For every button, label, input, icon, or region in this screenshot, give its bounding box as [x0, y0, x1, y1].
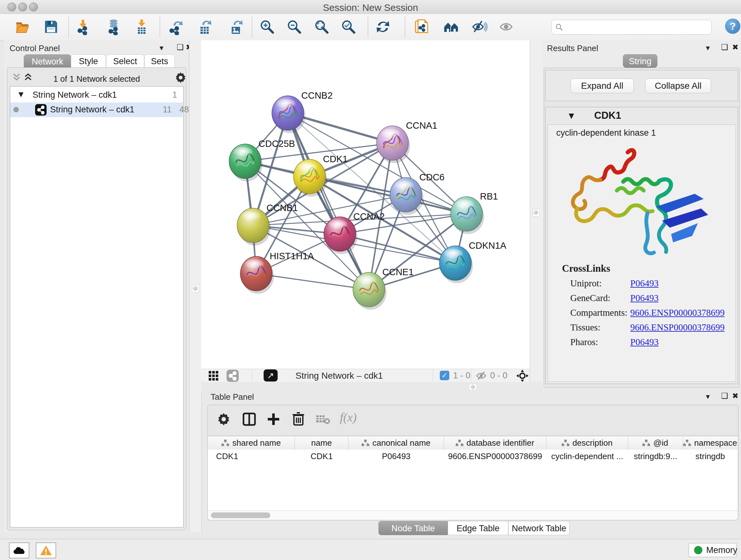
- cell-description[interactable]: cyclin-dependent ...: [546, 449, 628, 463]
- network-node-ccne1[interactable]: CCNE1: [353, 267, 414, 310]
- splitter-handle[interactable]: [469, 384, 477, 390]
- help-button[interactable]: ?: [725, 18, 740, 34]
- crosslink-value[interactable]: P06493: [630, 293, 659, 303]
- network-node-ccnb2[interactable]: CCNB2: [272, 90, 333, 133]
- crosslink-value[interactable]: P06493: [630, 337, 659, 347]
- main-toolbar: ?: [0, 14, 741, 41]
- horizontal-scrollbar[interactable]: [208, 510, 738, 520]
- gear-icon[interactable]: [175, 71, 187, 84]
- memory-label: Memory: [706, 545, 738, 555]
- results-content: Expand All Collapse All ▼ CDK1 cyclin-de…: [544, 68, 740, 388]
- export-image-icon[interactable]: [228, 18, 245, 35]
- add-column-icon[interactable]: [266, 412, 280, 426]
- export-table-icon[interactable]: [197, 18, 213, 35]
- cell-canonical-name[interactable]: P06493: [348, 449, 444, 463]
- expand-all-button[interactable]: Expand All: [570, 78, 634, 93]
- crosslink-label: Pharos:: [570, 337, 630, 348]
- tab-network-table[interactable]: Network Table: [509, 521, 569, 535]
- birds-eye-grid-icon[interactable]: [208, 370, 219, 381]
- zoom-selected-icon[interactable]: [340, 18, 357, 35]
- undock-panel-icon[interactable]: ❑: [721, 391, 728, 400]
- delete-column-icon[interactable]: [291, 412, 306, 426]
- collection-count: 1: [172, 90, 177, 100]
- export-network-icon[interactable]: [168, 18, 185, 35]
- network-node-cdkn1a[interactable]: CDKN1A: [440, 240, 507, 283]
- scrollbar-thumb[interactable]: [211, 512, 270, 518]
- import-table-icon[interactable]: [133, 18, 150, 35]
- import-network-icon[interactable]: [75, 18, 91, 35]
- open-in-window-icon[interactable]: ↗: [264, 369, 278, 381]
- splitter-handle[interactable]: [533, 209, 540, 216]
- collapse-all-button[interactable]: Collapse All: [645, 78, 711, 93]
- column-header-database-identifier[interactable]: database identifier: [444, 436, 546, 449]
- open-session-icon[interactable]: [15, 18, 31, 35]
- network-row-selected[interactable]: String Network – cdk1 11 48: [10, 103, 183, 117]
- column-header-namespace[interactable]: namespace: [683, 436, 738, 449]
- close-panel-icon[interactable]: ✖: [732, 391, 738, 400]
- float-panel-icon[interactable]: ▾: [706, 392, 710, 401]
- share-document-icon[interactable]: [414, 18, 430, 35]
- section-expander-icon[interactable]: ▼: [569, 112, 574, 120]
- splitter-handle[interactable]: [192, 285, 199, 293]
- toolbar-separator: [405, 16, 405, 37]
- column-header-description[interactable]: description: [546, 436, 628, 449]
- undock-panel-icon[interactable]: ❑: [721, 43, 728, 52]
- crosslink-row: GeneCard:P06493: [570, 293, 725, 307]
- column-header-shared-name[interactable]: shared name: [208, 436, 295, 449]
- fit-crosshair-icon[interactable]: [516, 370, 529, 382]
- zoom-out-icon[interactable]: [286, 18, 302, 35]
- zoom-in-icon[interactable]: [259, 18, 275, 35]
- save-session-icon[interactable]: [43, 18, 59, 35]
- tab-sets[interactable]: Sets: [144, 54, 175, 68]
- network-node-hist1h1a[interactable]: HIST1H1A: [240, 251, 314, 294]
- cell-namespace[interactable]: stringdb: [683, 449, 738, 463]
- tab-edge-table[interactable]: Edge Table: [448, 521, 509, 535]
- node-label-cdc6: CDC6: [419, 172, 445, 182]
- warning-button[interactable]: [36, 543, 56, 558]
- column-header-id[interactable]: @id: [628, 436, 683, 449]
- refresh-view-icon[interactable]: [375, 18, 391, 35]
- gene-section: ▼ CDK1 cyclin-dependent kinase 1: [545, 107, 738, 384]
- crosslink-value[interactable]: 9606.ENSP00000378699: [630, 322, 725, 332]
- tab-style[interactable]: Style: [71, 54, 106, 68]
- show-eye-icon[interactable]: [498, 18, 515, 35]
- expander-icon[interactable]: ▼: [18, 90, 23, 98]
- tab-node-table[interactable]: Node Table: [379, 521, 448, 535]
- network-overview-icon[interactable]: [226, 370, 239, 382]
- tab-network[interactable]: Network: [23, 54, 71, 68]
- cell-database-identifier[interactable]: 9606.ENSP00000378699: [444, 449, 546, 463]
- float-panel-icon[interactable]: ▾: [706, 44, 710, 52]
- undock-panel-icon[interactable]: ❑: [177, 43, 184, 52]
- memory-button[interactable]: Memory: [689, 543, 737, 557]
- column-header-name[interactable]: name: [295, 436, 348, 449]
- delete-table-icon[interactable]: [316, 414, 330, 425]
- network-node-ccnb1[interactable]: CCNB1: [237, 203, 298, 246]
- home-networks-icon[interactable]: [443, 18, 460, 35]
- tab-select[interactable]: Select: [106, 54, 144, 68]
- network-canvas[interactable]: CCNB2CCNA1CDC25BCDK1CDC6RB1CCNB1CCNA2CDK…: [201, 40, 530, 369]
- search-input[interactable]: [551, 20, 712, 35]
- hide-eye-icon[interactable]: [471, 18, 488, 35]
- cell-name[interactable]: CDK1: [295, 449, 348, 463]
- network-node-cdc6[interactable]: CDC6: [390, 172, 445, 215]
- cell-id[interactable]: stringdb:9...: [628, 449, 683, 463]
- zoom-fit-icon[interactable]: [313, 18, 330, 35]
- network-collection-row[interactable]: ▼ String Network – cdk1 1: [10, 88, 183, 103]
- tab-string[interactable]: String: [623, 54, 657, 68]
- crosslink-value[interactable]: 9606.ENSP00000378699: [630, 307, 725, 318]
- close-panel-icon[interactable]: ✖: [732, 43, 738, 52]
- float-panel-icon[interactable]: ▾: [159, 44, 163, 52]
- cloud-button[interactable]: [9, 543, 29, 558]
- gear-icon[interactable]: [217, 412, 231, 426]
- network-node-rb1[interactable]: RB1: [451, 191, 498, 234]
- gene-description: cyclin-dependent kinase 1: [556, 128, 656, 138]
- cell-shared-name[interactable]: CDK1: [208, 449, 295, 463]
- column-header-canonical-name[interactable]: canonical name: [348, 436, 444, 449]
- left-splitter[interactable]: [189, 40, 202, 532]
- selected-checkbox-icon[interactable]: ✓: [440, 371, 449, 380]
- crosslink-value[interactable]: P06493: [630, 278, 659, 288]
- import-database-icon[interactable]: [105, 18, 122, 35]
- split-columns-icon[interactable]: [242, 412, 256, 426]
- right-splitter[interactable]: [530, 40, 543, 382]
- network-node-cdk1[interactable]: CDK1: [293, 154, 347, 197]
